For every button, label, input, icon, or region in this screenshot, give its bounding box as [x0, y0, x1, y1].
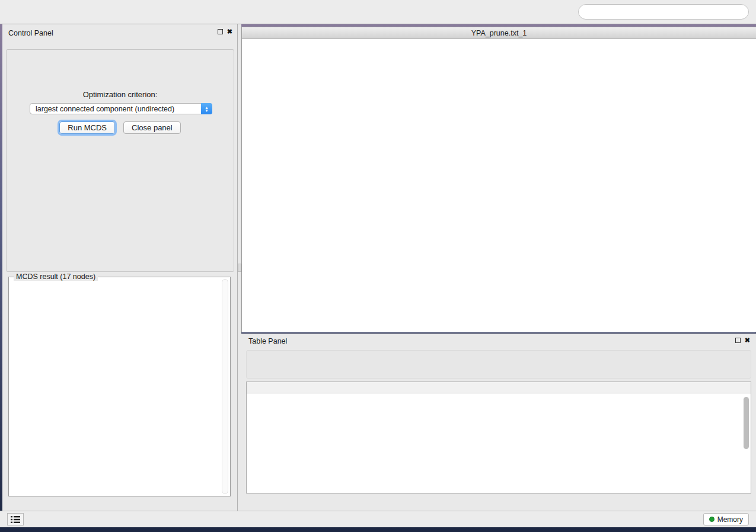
status-bar: Memory — [0, 511, 756, 527]
close-panel-button[interactable]: Close panel — [123, 121, 181, 134]
network-window-titlebar[interactable]: YPA_prune.txt_1 — [242, 27, 756, 39]
criterion-dropdown[interactable]: largest connected component (undirected)… — [30, 103, 212, 114]
memory-status-icon — [709, 517, 714, 522]
mcds-result-title: MCDS result (17 nodes) — [14, 273, 98, 281]
network-graph[interactable] — [242, 40, 755, 332]
network-window-title: YPA_prune.txt_1 — [242, 29, 756, 37]
network-canvas[interactable] — [242, 40, 755, 332]
task-history-button[interactable] — [7, 513, 24, 525]
search-input[interactable] — [583, 8, 748, 16]
table-panel: Table Panel ✖ — [241, 334, 756, 511]
control-panel: Control Panel ✖ Optimization criterion: … — [2, 24, 238, 511]
close-table-panel-icon[interactable]: ✖ — [745, 337, 750, 343]
mcds-list-scrollbar[interactable] — [222, 279, 228, 494]
control-panel-title: Control Panel — [8, 29, 53, 37]
mcds-result-list[interactable] — [9, 281, 221, 495]
optimization-criterion-label: Optimization criterion: — [7, 90, 234, 99]
float-panel-icon[interactable] — [218, 29, 223, 34]
criterion-value: largest connected component (undirected) — [30, 105, 201, 113]
table-scrollbar-thumb[interactable] — [744, 397, 749, 449]
node-table — [246, 382, 751, 493]
table-panel-title: Table Panel — [248, 337, 287, 345]
close-panel-icon[interactable]: ✖ — [227, 28, 232, 34]
main-toolbar — [0, 0, 756, 24]
table-toolbar — [246, 350, 751, 379]
table-scrollbar[interactable] — [744, 395, 749, 490]
mcds-result-box: MCDS result (17 nodes) — [8, 277, 231, 496]
memory-button[interactable]: Memory — [703, 513, 749, 525]
task-list-icon — [11, 515, 20, 524]
network-view-window: YPA_prune.txt_1 — [241, 27, 756, 332]
search-box[interactable] — [578, 4, 749, 20]
memory-label: Memory — [717, 515, 743, 524]
dropdown-stepper-icon: ▲▼ — [201, 103, 212, 114]
mcds-tab-content: Optimization criterion: largest connecte… — [6, 49, 234, 272]
table-header-row — [247, 382, 751, 393]
run-mcds-button[interactable]: Run MCDS — [59, 121, 115, 134]
float-table-panel-icon[interactable] — [735, 338, 741, 343]
